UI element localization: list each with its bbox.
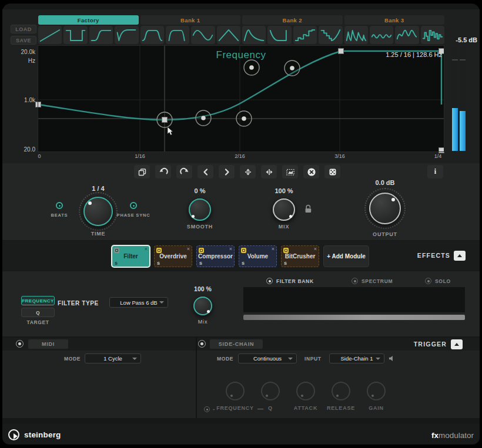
effects-collapse-button[interactable] bbox=[454, 251, 466, 261]
filter-mix-knob[interactable] bbox=[193, 296, 213, 316]
trigger-gain-label: GAIN bbox=[356, 405, 397, 411]
mix-knob[interactable] bbox=[272, 198, 296, 221]
smooth-label: SMOOTH bbox=[179, 224, 220, 230]
module-edit-icon[interactable] bbox=[283, 248, 289, 253]
module-close-icon[interactable]: × bbox=[187, 246, 190, 252]
trigger-collapse-button[interactable] bbox=[451, 339, 463, 349]
beats-toggle[interactable] bbox=[56, 202, 63, 209]
trigger-gain-knob[interactable] bbox=[367, 382, 386, 400]
flip-vertical-icon bbox=[243, 167, 253, 177]
filter-type-dropdown[interactable]: Low Pass 6 dB bbox=[109, 297, 168, 308]
spectrum-radio[interactable] bbox=[352, 278, 358, 284]
bank-tab-bank-2[interactable]: Bank 2 bbox=[242, 15, 343, 25]
filter-bank-radio[interactable] bbox=[266, 278, 273, 284]
flip-horizontal-button[interactable] bbox=[261, 165, 277, 178]
module-compressor[interactable]: × s Compressor bbox=[196, 245, 235, 267]
waveform-tile-ramp-up[interactable] bbox=[38, 26, 62, 44]
waveform-tile-ripple[interactable] bbox=[370, 26, 393, 44]
previous-button[interactable] bbox=[198, 165, 213, 178]
time-knob-ring bbox=[83, 197, 113, 226]
duplicate-button[interactable] bbox=[134, 165, 150, 178]
waveform-tile-exp-rise[interactable] bbox=[115, 26, 138, 44]
output-knob[interactable] bbox=[369, 192, 401, 225]
module-edit-icon[interactable] bbox=[114, 248, 119, 253]
chevron-down-icon bbox=[132, 358, 137, 360]
module-edit-icon[interactable] bbox=[199, 248, 204, 253]
redo-button[interactable] bbox=[176, 165, 192, 178]
module-close-icon[interactable]: × bbox=[272, 246, 275, 252]
waveform-tile-double-wave[interactable] bbox=[395, 26, 419, 44]
bank-tab-factory[interactable]: Factory bbox=[38, 15, 139, 25]
waveform-tile-stairs-up[interactable] bbox=[293, 26, 317, 44]
waveform-tile-stairs-down-swoosh[interactable] bbox=[319, 26, 342, 44]
modulation-curve-editor[interactable] bbox=[38, 46, 444, 151]
time-knob[interactable] bbox=[83, 196, 113, 227]
next-button[interactable] bbox=[219, 165, 235, 178]
time-knob-indicator bbox=[88, 201, 92, 205]
bank-tab-bank-1[interactable]: Bank 1 bbox=[140, 15, 241, 25]
x-tick-3-16: 3/16 bbox=[332, 153, 348, 159]
midi-tab[interactable]: MIDI bbox=[28, 339, 68, 349]
waveform-tile-round-pulse-2[interactable] bbox=[166, 26, 189, 44]
product-name-light: modulator bbox=[439, 431, 474, 440]
info-button[interactable]: i bbox=[427, 165, 443, 178]
randomize-button[interactable] bbox=[324, 165, 340, 178]
midi-mode-dropdown[interactable]: 1 Cycle bbox=[85, 353, 141, 363]
side-chain-input-dropdown[interactable]: Side-Chain 1 bbox=[329, 353, 384, 363]
mix-value: 100 % bbox=[263, 187, 304, 194]
waveform-tile-sine[interactable] bbox=[191, 26, 215, 44]
trigger-frequency-link-icon[interactable] bbox=[204, 406, 210, 412]
trigger-release-knob[interactable] bbox=[332, 382, 350, 400]
trigger-frequency-knob[interactable] bbox=[226, 382, 245, 400]
meter-tick bbox=[460, 59, 466, 60]
phase-sync-toggle[interactable] bbox=[130, 202, 137, 209]
target-frequency-button[interactable]: FREQUENCY bbox=[21, 296, 55, 305]
next-icon bbox=[222, 167, 232, 177]
speaker-icon[interactable] bbox=[389, 355, 395, 362]
waveform-tile-pluck-decay[interactable] bbox=[242, 26, 266, 44]
waveform-tile-random-steps[interactable] bbox=[421, 26, 444, 44]
flip-vertical-button[interactable] bbox=[240, 165, 256, 178]
undo-button[interactable] bbox=[155, 165, 171, 178]
load-button[interactable]: LOAD bbox=[11, 25, 36, 33]
module-bitcrusher[interactable]: × s BitCrusher bbox=[281, 245, 319, 267]
waveform-tile-triangle[interactable] bbox=[217, 26, 240, 44]
module-overdrive[interactable]: × s Overdrive bbox=[154, 245, 192, 267]
mix-lock-icon[interactable] bbox=[304, 204, 313, 214]
module-close-icon[interactable]: × bbox=[314, 246, 317, 252]
waveform-tile-decay-hold[interactable] bbox=[267, 26, 291, 44]
module-edit-icon[interactable] bbox=[241, 248, 246, 253]
waveform-tile-square-pulse[interactable] bbox=[63, 26, 87, 44]
side-chain-power-toggle[interactable] bbox=[198, 340, 206, 348]
select-region-button[interactable] bbox=[282, 165, 298, 178]
bank-tab-bank-3[interactable]: Bank 3 bbox=[344, 15, 445, 25]
save-button[interactable]: SAVE bbox=[11, 36, 36, 45]
module-close-icon[interactable]: × bbox=[229, 246, 232, 252]
meter-db-label: -5.5 dB bbox=[447, 36, 477, 43]
solo-label: SOLO bbox=[435, 278, 451, 284]
filter-range-slider[interactable] bbox=[243, 315, 465, 320]
module-close-icon[interactable]: × bbox=[145, 246, 148, 252]
trigger-attack-knob[interactable] bbox=[296, 382, 315, 400]
filter-mix-indicator bbox=[207, 310, 210, 313]
ramp-up-waveform-icon bbox=[39, 28, 61, 43]
meter-lane-2 bbox=[460, 47, 466, 151]
module-filter[interactable]: × s Filter bbox=[112, 245, 150, 267]
trigger-q-knob[interactable] bbox=[261, 382, 280, 400]
smooth-knob[interactable] bbox=[188, 198, 212, 221]
side-chain-tab[interactable]: SIDE-CHAIN bbox=[210, 339, 263, 349]
side-chain-mode-dropdown[interactable]: Continuous bbox=[238, 353, 297, 363]
add-module-button[interactable]: + Add Module bbox=[323, 245, 369, 267]
waveform-tile-round-pulse[interactable] bbox=[140, 26, 164, 44]
time-label: TIME bbox=[75, 231, 122, 237]
undo-icon bbox=[159, 167, 168, 177]
midi-power-toggle[interactable] bbox=[16, 340, 24, 348]
module-edit-icon[interactable] bbox=[156, 248, 162, 253]
waveform-tile-smooth-step[interactable] bbox=[89, 26, 113, 44]
module-volume[interactable]: × s Volume bbox=[239, 245, 277, 267]
clear-button[interactable] bbox=[303, 165, 319, 178]
target-q-button[interactable]: Q bbox=[21, 308, 55, 317]
filter-bank-label: FILTER BANK bbox=[276, 278, 314, 284]
waveform-tile-multi-pluck[interactable] bbox=[344, 26, 368, 44]
solo-radio[interactable] bbox=[425, 278, 431, 284]
